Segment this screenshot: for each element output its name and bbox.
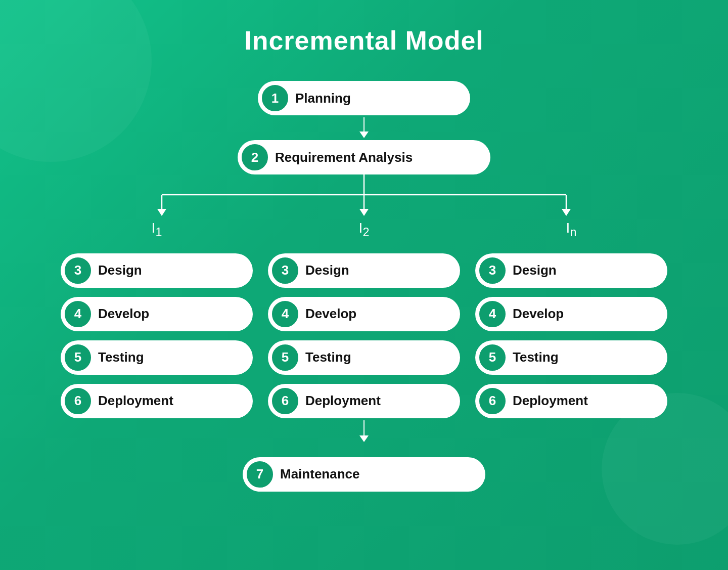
column-3: In 3 Design 4 Develop 5 Testing 6 Deploy… (475, 220, 667, 418)
col3-step3-number: 5 (479, 344, 506, 371)
col3-step1-node: 3 Design (475, 253, 667, 288)
page-title: Incremental Model (244, 25, 484, 56)
arrow-head-1 (359, 131, 369, 138)
column-2: I2 3 Design 4 Develop 5 Testing 6 Deploy… (268, 220, 460, 418)
col1-subscript: 1 (155, 226, 162, 239)
col1-step4-node: 6 Deployment (61, 384, 253, 418)
col1-step2-label: Develop (98, 306, 149, 322)
page-wrapper: Incremental Model 1 Planning 2 Requireme… (0, 0, 728, 570)
maintenance-node: 7 Maintenance (243, 457, 485, 492)
maintenance-arrow (359, 420, 369, 442)
col2-step1-node: 3 Design (268, 253, 460, 288)
maintenance-number: 7 (247, 461, 273, 488)
col3-step2-label: Develop (513, 306, 564, 322)
col2-step3-label: Testing (305, 349, 351, 365)
col1-step2-number: 4 (65, 301, 91, 327)
col3-step1-number: 3 (479, 257, 506, 284)
col3-step4-number: 6 (479, 388, 506, 414)
col3-step2-number: 4 (479, 301, 506, 327)
col2-step4-label: Deployment (305, 393, 381, 409)
col2-step2-label: Develop (305, 306, 356, 322)
maintenance-section: 7 Maintenance (243, 457, 485, 492)
col2-step3-node: 5 Testing (268, 340, 460, 375)
maintenance-label: Maintenance (280, 466, 360, 482)
requirement-number: 2 (242, 144, 268, 170)
col1-step2-node: 4 Develop (61, 297, 253, 331)
svg-marker-6 (359, 209, 369, 216)
col2-step2-number: 4 (272, 301, 298, 327)
planning-number: 1 (262, 85, 288, 111)
col2-label: I2 (268, 220, 460, 239)
col2-step1-number: 3 (272, 257, 298, 284)
col2-subscript: 2 (362, 226, 369, 239)
col3-step1-label: Design (513, 262, 557, 278)
col1-label: I1 (61, 220, 253, 239)
svg-marker-7 (562, 209, 571, 216)
col3-step4-label: Deployment (513, 393, 588, 409)
col3-step2-node: 4 Develop (475, 297, 667, 331)
col3-subscript: n (570, 226, 576, 239)
col3-step3-label: Testing (513, 349, 559, 365)
requirement-node: 2 Requirement Analysis (238, 140, 490, 174)
columns-container: I1 3 Design 4 Develop 5 Testing 6 Deploy… (61, 220, 667, 418)
col1-step1-number: 3 (65, 257, 91, 284)
maint-arrow-line (363, 420, 365, 435)
col1-step4-label: Deployment (98, 393, 173, 409)
diagram: 1 Planning 2 Requirement Analysis (61, 81, 667, 492)
planning-node: 1 Planning (258, 81, 470, 115)
col3-step4-node: 6 Deployment (475, 384, 667, 418)
col1-step4-number: 6 (65, 388, 91, 414)
col1-step3-label: Testing (98, 349, 144, 365)
arrow-line-1 (363, 117, 365, 131)
col2-step2-node: 4 Develop (268, 297, 460, 331)
col3-label: In (475, 220, 667, 239)
planning-section: 1 Planning 2 Requirement Analysis (238, 81, 490, 174)
branch-svg (61, 174, 667, 220)
planning-label: Planning (295, 91, 351, 106)
col2-step4-number: 6 (272, 388, 298, 414)
arrow-planning-to-req (359, 117, 369, 138)
branch-connector (61, 174, 667, 220)
col1-step1-label: Design (98, 262, 142, 278)
col2-step1-label: Design (305, 262, 349, 278)
column-1: I1 3 Design 4 Develop 5 Testing 6 Deploy… (61, 220, 253, 418)
requirement-label: Requirement Analysis (275, 150, 413, 165)
svg-marker-5 (157, 209, 166, 216)
maint-arrow-head (359, 435, 369, 442)
col2-step3-number: 5 (272, 344, 298, 371)
col3-step3-node: 5 Testing (475, 340, 667, 375)
col1-step3-node: 5 Testing (61, 340, 253, 375)
col1-step1-node: 3 Design (61, 253, 253, 288)
col2-step4-node: 6 Deployment (268, 384, 460, 418)
col1-step3-number: 5 (65, 344, 91, 371)
